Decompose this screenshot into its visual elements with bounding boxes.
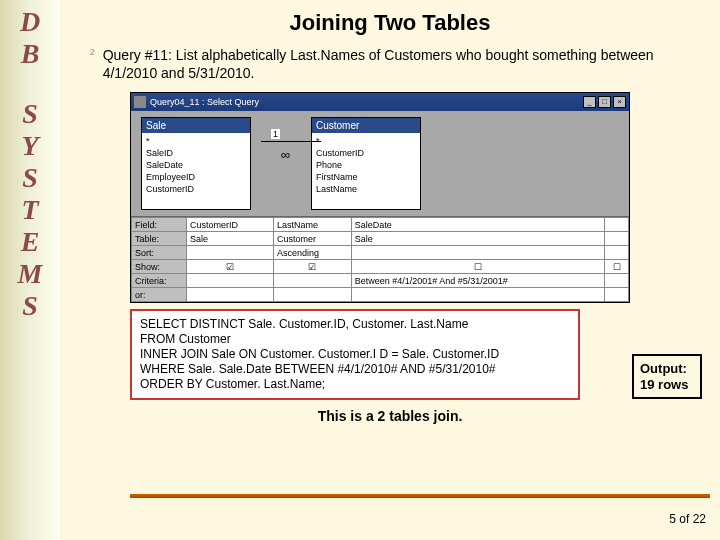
table-header: Customer: [312, 118, 420, 133]
cell[interactable]: [274, 274, 352, 288]
cell[interactable]: [605, 232, 629, 246]
cell[interactable]: [351, 246, 605, 260]
sidebar-letter: B: [0, 38, 60, 70]
page-title: Joining Two Tables: [60, 10, 720, 36]
cell[interactable]: [605, 274, 629, 288]
row-label: Table:: [132, 232, 187, 246]
cell[interactable]: [605, 218, 629, 232]
grid-row-field: Field: CustomerID LastName SaleDate: [132, 218, 629, 232]
bullet-text: Query #11: List alphabetically Last.Name…: [103, 46, 690, 82]
sidebar-letter: M: [0, 258, 60, 290]
field[interactable]: EmployeeID: [144, 171, 248, 183]
table-sale[interactable]: Sale * SaleID SaleDate EmployeeID Custom…: [141, 117, 251, 210]
sql-line: FROM Customer: [140, 332, 570, 347]
cell[interactable]: [187, 246, 274, 260]
checkbox[interactable]: ☑: [187, 260, 274, 274]
cell[interactable]: [274, 288, 352, 302]
window-title: Query04_11 : Select Query: [150, 97, 583, 107]
field[interactable]: CustomerID: [314, 147, 418, 159]
sql-line: INNER JOIN Sale ON Customer. Customer.I …: [140, 347, 570, 362]
access-query-window: Query04_11 : Select Query _ □ × Sale * S…: [130, 92, 630, 303]
sql-line: SELECT DISTINCT Sale. Customer.ID, Custo…: [140, 317, 570, 332]
row-label: Field:: [132, 218, 187, 232]
sidebar-letter: S: [0, 162, 60, 194]
cell[interactable]: [605, 288, 629, 302]
qbe-grid: Field: CustomerID LastName SaleDate Tabl…: [131, 216, 629, 302]
cell[interactable]: CustomerID: [187, 218, 274, 232]
cell[interactable]: Sale: [187, 232, 274, 246]
cell[interactable]: Customer: [274, 232, 352, 246]
cell[interactable]: Between #4/1/2001# And #5/31/2001#: [351, 274, 605, 288]
minimize-button[interactable]: _: [583, 96, 596, 108]
checkbox[interactable]: ☑: [274, 260, 352, 274]
grid-row-table: Table: Sale Customer Sale: [132, 232, 629, 246]
field[interactable]: *: [144, 135, 248, 147]
diagram-pane: Sale * SaleID SaleDate EmployeeID Custom…: [131, 111, 629, 216]
sql-line: WHERE Sale. Sale.Date BETWEEN #4/1/2010#…: [140, 362, 570, 377]
output-box: Output: 19 rows: [632, 354, 702, 399]
field[interactable]: FirstName: [314, 171, 418, 183]
maximize-button[interactable]: □: [598, 96, 611, 108]
cell[interactable]: SaleDate: [351, 218, 605, 232]
sql-line: ORDER BY Customer. Last.Name;: [140, 377, 570, 392]
sidebar-letter: T: [0, 194, 60, 226]
field[interactable]: LastName: [314, 183, 418, 195]
output-label: Output:: [640, 361, 687, 376]
row-label: Sort:: [132, 246, 187, 260]
sidebar: D B S Y S T E M S: [0, 0, 60, 540]
sidebar-letter: S: [0, 98, 60, 130]
field[interactable]: *: [314, 135, 418, 147]
sidebar-letter: Y: [0, 130, 60, 162]
cell[interactable]: [187, 274, 274, 288]
join-label-one: 1: [271, 129, 280, 139]
cell[interactable]: LastName: [274, 218, 352, 232]
cell[interactable]: [187, 288, 274, 302]
bullet: ² Query #11: List alphabetically Last.Na…: [60, 46, 720, 88]
checkbox[interactable]: ☐: [605, 260, 629, 274]
table-customer[interactable]: Customer * CustomerID Phone FirstName La…: [311, 117, 421, 210]
footer-rule: [130, 494, 710, 498]
window-icon: [134, 96, 146, 108]
table-header: Sale: [142, 118, 250, 133]
field[interactable]: SaleID: [144, 147, 248, 159]
caption: This is a 2 tables join.: [60, 408, 720, 424]
field[interactable]: CustomerID: [144, 183, 248, 195]
row-label: Show:: [132, 260, 187, 274]
field[interactable]: Phone: [314, 159, 418, 171]
bullet-icon: ²: [90, 46, 95, 62]
page-number: 5 of 22: [669, 512, 706, 526]
grid-row-criteria: Criteria: Between #4/1/2001# And #5/31/2…: [132, 274, 629, 288]
sidebar-letter: S: [0, 290, 60, 322]
grid-row-sort: Sort: Ascending: [132, 246, 629, 260]
cell[interactable]: Ascending: [274, 246, 352, 260]
sidebar-letter: D: [0, 6, 60, 38]
titlebar: Query04_11 : Select Query _ □ ×: [131, 93, 629, 111]
grid-row-or: or:: [132, 288, 629, 302]
join-line[interactable]: [261, 141, 321, 142]
checkbox[interactable]: ☐: [351, 260, 605, 274]
cell[interactable]: [605, 246, 629, 260]
output-value: 19 rows: [640, 377, 688, 392]
cell[interactable]: [351, 288, 605, 302]
row-label: or:: [132, 288, 187, 302]
grid-row-show: Show: ☑ ☑ ☐ ☐: [132, 260, 629, 274]
sidebar-letter: E: [0, 226, 60, 258]
cell[interactable]: Sale: [351, 232, 605, 246]
sql-box: SELECT DISTINCT Sale. Customer.ID, Custo…: [130, 309, 580, 400]
field[interactable]: SaleDate: [144, 159, 248, 171]
close-button[interactable]: ×: [613, 96, 626, 108]
join-label-many: ∞: [281, 147, 290, 162]
slide-body: Joining Two Tables ² Query #11: List alp…: [60, 0, 720, 540]
row-label: Criteria:: [132, 274, 187, 288]
